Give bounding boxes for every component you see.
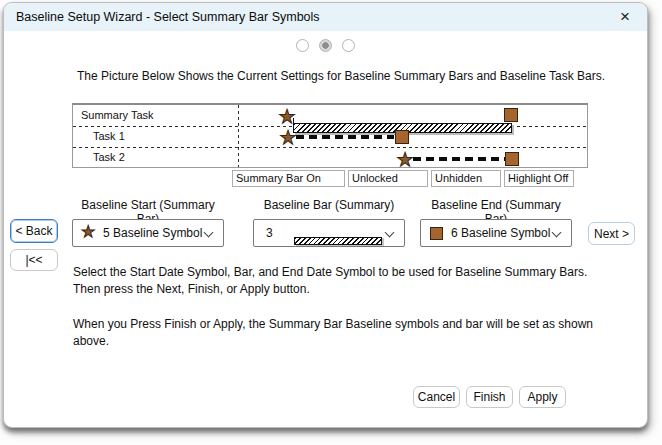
- finish-button[interactable]: Finish: [466, 386, 513, 408]
- step-indicator: [4, 39, 647, 52]
- star-icon: ★: [81, 224, 95, 240]
- task1-baseline-bar: [296, 135, 394, 139]
- row-label-task-1: Task 1: [93, 130, 125, 142]
- next-button-label: Next >: [594, 227, 629, 241]
- baseline-start-dropdown[interactable]: ★ 5 Baseline Symbol: [72, 219, 224, 247]
- chevron-down-icon: [385, 228, 395, 238]
- hatched-bar-icon: [294, 237, 382, 245]
- timeline-gridline: [238, 105, 239, 167]
- screen: Baseline Setup Wizard - Select Summary B…: [0, 0, 662, 445]
- task2-end-square-icon: [505, 152, 519, 166]
- cancel-button[interactable]: Cancel: [413, 386, 460, 408]
- task1-start-star-icon: ★: [279, 128, 296, 147]
- row-label-task-2: Task 2: [93, 151, 125, 163]
- intro-text: The Picture Below Shows the Current Sett…: [77, 69, 607, 83]
- back-button-label: < Back: [15, 224, 52, 238]
- close-button[interactable]: ×: [613, 6, 637, 28]
- chevron-down-icon: [204, 228, 214, 238]
- baseline-bar-dropdown[interactable]: 3: [253, 219, 405, 247]
- back-button[interactable]: < Back: [10, 219, 58, 243]
- baseline-end-value: 6 Baseline Symbol: [451, 226, 550, 240]
- baseline-preview-picture: Summary Task Task 1 Task 2 ★ ★ ★: [72, 103, 588, 168]
- step-dot-2-active: [319, 39, 332, 52]
- instruction-text-2: When you Press Finish or Apply, the Summ…: [73, 316, 595, 350]
- apply-button-label: Apply: [527, 390, 557, 404]
- close-icon: ×: [620, 7, 630, 27]
- row-separator: [73, 147, 587, 148]
- instruction-text-1: Select the Start Date Symbol, Bar, and E…: [73, 264, 595, 298]
- step-dot-3: [342, 39, 355, 52]
- cancel-button-label: Cancel: [418, 390, 455, 404]
- baseline-bar-value: 3: [266, 226, 273, 240]
- task2-start-star-icon: ★: [396, 150, 413, 169]
- status-flag-hidden: Unhidden: [431, 170, 501, 187]
- baseline-start-value: 5 Baseline Symbol: [103, 226, 202, 240]
- window-title: Baseline Setup Wizard - Select Summary B…: [16, 10, 320, 24]
- row-label-summary-task: Summary Task: [81, 109, 154, 121]
- finish-button-label: Finish: [473, 390, 505, 404]
- next-button[interactable]: Next >: [588, 222, 635, 245]
- step-dot-1: [296, 39, 309, 52]
- first-step-button-label: |<<: [25, 253, 42, 267]
- status-flag-highlight: Highlight Off: [504, 170, 574, 187]
- apply-button[interactable]: Apply: [519, 386, 566, 408]
- square-icon: [430, 227, 443, 240]
- task1-end-square-icon: [395, 130, 409, 144]
- status-flag-summary-bar: Summary Bar On: [232, 170, 345, 187]
- baseline-bar-label: Baseline Bar (Summary): [253, 198, 405, 212]
- titlebar: Baseline Setup Wizard - Select Summary B…: [4, 3, 647, 31]
- first-step-button[interactable]: |<<: [10, 249, 58, 271]
- status-flag-locked: Unlocked: [348, 170, 428, 187]
- summary-end-square-icon: [504, 108, 518, 122]
- chevron-down-icon: [552, 228, 562, 238]
- task2-baseline-bar: [413, 157, 506, 161]
- baseline-end-dropdown[interactable]: 6 Baseline Symbol: [420, 219, 572, 247]
